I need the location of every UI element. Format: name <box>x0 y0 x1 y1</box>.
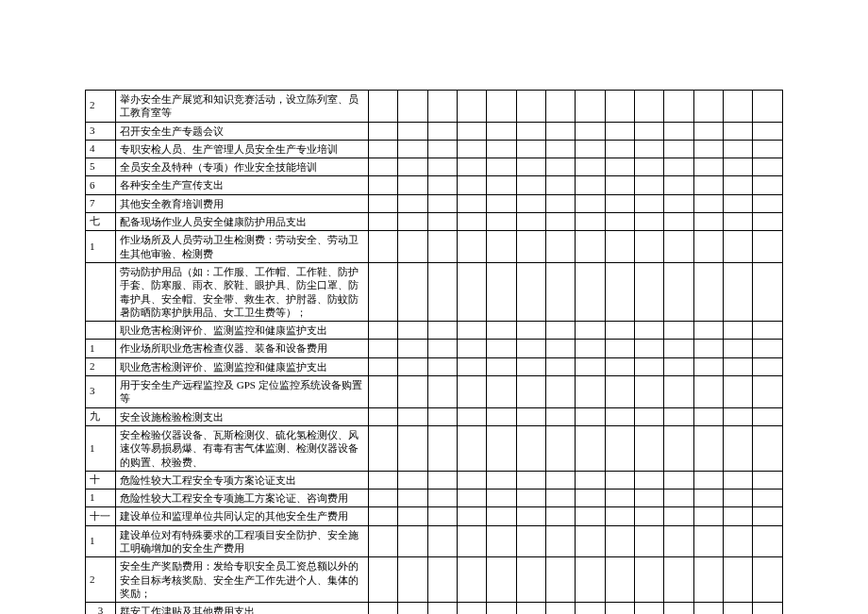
blank-cell <box>398 357 427 375</box>
table-row: 十危险性较大工程安全专项方案论证支出 <box>86 471 783 489</box>
blank-cell <box>427 490 457 507</box>
blank-cell <box>605 557 634 603</box>
table-row: 1作业场所及人员劳动卫生检测费：劳动安全、劳动卫生其他审验、检测费 <box>86 231 783 263</box>
table-row: 劳动防护用品（如：工作服、工作帽、工作鞋、防护手套、防寒服、雨衣、胶鞋、眼护具、… <box>86 262 783 321</box>
blank-cell <box>693 471 723 489</box>
blank-cell <box>516 262 545 321</box>
blank-cell <box>398 407 427 425</box>
blank-cell <box>487 407 516 425</box>
blank-cell <box>664 340 693 357</box>
blank-cell <box>398 557 427 603</box>
blank-cell <box>576 557 605 603</box>
blank-cell <box>398 140 427 158</box>
blank-cell <box>753 357 783 375</box>
blank-cell <box>487 603 516 614</box>
blank-cell <box>398 525 427 557</box>
blank-cell <box>724 376 753 408</box>
table-row: 6各种安全生产宣传支出 <box>86 176 783 194</box>
blank-cell <box>724 357 753 375</box>
blank-cell <box>605 91 634 123</box>
blank-cell <box>753 557 783 603</box>
blank-cell <box>576 231 605 263</box>
blank-cell <box>635 122 664 140</box>
blank-cell <box>458 357 487 375</box>
blank-cell <box>369 507 398 525</box>
blank-cell <box>546 322 576 340</box>
blank-cell <box>753 122 783 140</box>
blank-cell <box>487 340 516 357</box>
blank-cell <box>546 213 576 231</box>
blank-cell <box>693 194 723 212</box>
blank-cell <box>724 525 753 557</box>
blank-cell <box>576 357 605 375</box>
blank-cell <box>369 376 398 408</box>
table-row: 十一建设单位和监理单位共同认定的其他安全生产费用 <box>86 507 783 525</box>
safety-expense-table: 2举办安全生产展览和知识竞赛活动，设立陈列室、员工教育室等3召开安全生产专题会议… <box>85 90 783 614</box>
blank-cell <box>693 340 723 357</box>
blank-cell <box>693 557 723 603</box>
blank-cell <box>664 376 693 408</box>
table-row: 4专职安检人员、生产管理人员安全生产专业培训 <box>86 140 783 158</box>
blank-cell <box>576 91 605 123</box>
blank-cell <box>516 122 545 140</box>
blank-cell <box>458 507 487 525</box>
blank-cell <box>369 122 398 140</box>
blank-cell <box>546 340 576 357</box>
blank-cell <box>369 357 398 375</box>
blank-cell <box>458 262 487 321</box>
blank-cell <box>427 376 457 408</box>
blank-cell <box>398 91 427 123</box>
blank-cell <box>724 158 753 176</box>
blank-cell <box>487 525 516 557</box>
blank-cell <box>635 322 664 340</box>
row-number-cell: 2 <box>86 557 116 603</box>
row-description-cell: 安全检验仪器设备、瓦斯检测仪、硫化氢检测仪、风速仪等易损易爆、有毒有害气体监测、… <box>116 425 369 471</box>
blank-cell <box>487 357 516 375</box>
blank-cell <box>398 262 427 321</box>
row-number-cell: 1 <box>86 490 116 507</box>
blank-cell <box>427 262 457 321</box>
blank-cell <box>605 376 634 408</box>
table-row: 职业危害检测评价、监测监控和健康监护支出 <box>86 322 783 340</box>
blank-cell <box>458 490 487 507</box>
blank-cell <box>427 557 457 603</box>
blank-cell <box>576 213 605 231</box>
blank-cell <box>487 376 516 408</box>
blank-cell <box>693 322 723 340</box>
blank-cell <box>605 262 634 321</box>
blank-cell <box>458 340 487 357</box>
blank-cell <box>605 140 634 158</box>
row-number-cell <box>86 322 116 340</box>
blank-cell <box>546 376 576 408</box>
blank-cell <box>369 525 398 557</box>
blank-cell <box>576 322 605 340</box>
blank-cell <box>635 262 664 321</box>
blank-cell <box>664 140 693 158</box>
row-description-cell: 安全设施检验检测支出 <box>116 407 369 425</box>
blank-cell <box>753 425 783 471</box>
blank-cell <box>664 213 693 231</box>
blank-cell <box>487 158 516 176</box>
blank-cell <box>635 471 664 489</box>
blank-cell <box>516 194 545 212</box>
blank-cell <box>635 425 664 471</box>
blank-cell <box>664 507 693 525</box>
blank-cell <box>664 158 693 176</box>
blank-cell <box>458 213 487 231</box>
row-description-cell: 安全生产奖励费用：发给专职安全员工资总额以外的安全目标考核奖励、安全生产工作先进… <box>116 557 369 603</box>
row-description-cell: 群安工作津贴及其他费用支出 <box>116 603 369 614</box>
blank-cell <box>369 471 398 489</box>
blank-cell <box>664 322 693 340</box>
row-number-cell: 5 <box>86 158 116 176</box>
blank-cell <box>516 158 545 176</box>
blank-cell <box>398 158 427 176</box>
row-description-cell: 建设单位和监理单位共同认定的其他安全生产费用 <box>116 507 369 525</box>
blank-cell <box>369 425 398 471</box>
blank-cell <box>546 490 576 507</box>
blank-cell <box>635 340 664 357</box>
blank-cell <box>427 471 457 489</box>
blank-cell <box>369 322 398 340</box>
blank-cell <box>427 194 457 212</box>
blank-cell <box>605 357 634 375</box>
row-number-cell: 7 <box>86 194 116 212</box>
